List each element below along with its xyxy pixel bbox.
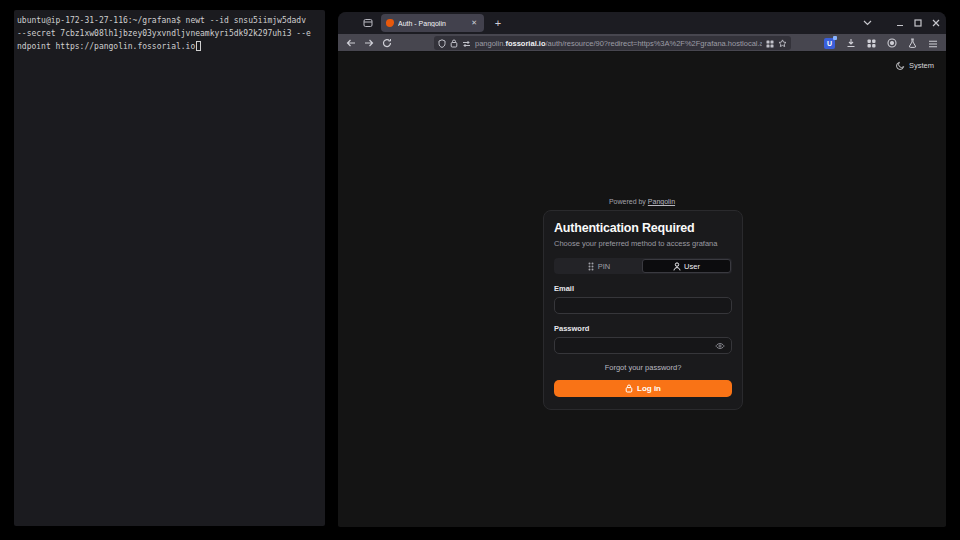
container-grid-icon[interactable] <box>766 34 774 52</box>
lock-icon <box>625 384 633 393</box>
terminal-line: --secret 7cbz1xw08lh1jbzey03yxvndljvneam… <box>17 27 323 40</box>
forward-icon[interactable] <box>362 36 376 50</box>
theme-label: System <box>909 61 934 70</box>
email-label: Email <box>554 284 732 293</box>
card-title: Authentication Required <box>554 221 732 235</box>
password-label: Password <box>554 324 732 333</box>
tab-auth-pangolin[interactable]: Auth - Pangolin ✕ <box>381 14 484 32</box>
maximize-icon[interactable] <box>914 19 922 27</box>
reload-icon[interactable] <box>380 36 394 50</box>
terminal-window[interactable]: ubuntu@ip-172-31-27-116:~/grafana$ newt … <box>14 10 325 526</box>
minimize-icon[interactable] <box>896 19 904 27</box>
back-icon[interactable] <box>344 36 358 50</box>
tab-user-label: User <box>684 262 700 271</box>
tab-pin-label: PIN <box>598 262 611 271</box>
terminal-line: ubuntu@ip-172-31-27-116:~/grafana$ newt … <box>17 14 323 27</box>
theme-toggle[interactable]: System <box>896 61 934 70</box>
extensions-grid-icon[interactable] <box>867 34 876 52</box>
close-window-icon[interactable] <box>932 19 940 27</box>
list-all-tabs-icon[interactable] <box>863 20 872 26</box>
auth-method-tabs: PIN User <box>554 258 732 274</box>
ublock-badge <box>833 36 837 40</box>
extension-flask-icon[interactable] <box>908 34 917 52</box>
terminal-line: ndpoint https://pangolin.fossorial.io <box>17 40 323 53</box>
firefox-view-icon[interactable] <box>361 16 375 30</box>
dialpad-icon <box>587 262 595 271</box>
auth-card: Authentication Required Choose your pref… <box>543 210 743 410</box>
card-subtitle: Choose your preferred method to access g… <box>554 239 732 248</box>
desktop: ubuntu@ip-172-31-27-116:~/grafana$ newt … <box>0 0 960 540</box>
tab-strip: Auth - Pangolin ✕ + <box>338 12 946 34</box>
downloads-icon[interactable] <box>846 34 856 52</box>
user-icon <box>673 262 681 271</box>
terminal-line-text: ndpoint https://pangolin.fossorial.io <box>17 42 195 51</box>
bookmark-star-icon[interactable] <box>778 34 787 52</box>
terminal-cursor <box>196 41 201 51</box>
shield-icon[interactable] <box>438 34 446 52</box>
url-bar[interactable]: pangolin.fossorial.io/auth/resource/90?r… <box>434 36 791 50</box>
show-password-eye-icon[interactable] <box>715 342 725 350</box>
toolbar-extensions: U <box>824 34 938 52</box>
tab-user[interactable]: User <box>642 259 731 273</box>
url-text[interactable]: pangolin.fossorial.io/auth/resource/90?r… <box>475 39 762 48</box>
url-domain: fossorial.io <box>505 39 545 48</box>
pangolin-favicon-icon <box>386 19 394 27</box>
email-field[interactable] <box>554 297 732 314</box>
tab-title: Auth - Pangolin <box>398 20 465 27</box>
powered-by: Powered by Pangolin <box>338 198 946 205</box>
powered-by-text: Powered by <box>609 198 646 205</box>
forgot-password-link[interactable]: Forgot your password? <box>554 363 732 372</box>
lock-icon[interactable] <box>450 34 458 52</box>
menu-hamburger-icon[interactable] <box>928 34 938 52</box>
pangolin-link[interactable]: Pangolin <box>648 198 675 205</box>
adblock-circle-icon[interactable] <box>887 34 897 52</box>
url-subdomain: pangolin. <box>475 39 505 48</box>
moon-icon <box>896 61 905 70</box>
new-tab-button[interactable]: + <box>490 15 506 31</box>
url-path: /auth/resource/90?redirect=https%3A%2F%2… <box>545 39 762 48</box>
tab-close-icon[interactable]: ✕ <box>469 18 479 28</box>
browser-window: Auth - Pangolin ✕ + <box>338 12 946 527</box>
window-controls <box>863 12 940 34</box>
ublock-extension-icon[interactable]: U <box>824 38 835 49</box>
page-content: System Powered by Pangolin Authenticatio… <box>338 52 946 526</box>
site-permissions-icon[interactable] <box>462 34 471 52</box>
nav-toolbar: pangolin.fossorial.io/auth/resource/90?r… <box>338 34 946 52</box>
tab-pin[interactable]: PIN <box>555 259 642 273</box>
password-field[interactable] <box>554 337 732 354</box>
login-button[interactable]: Log in <box>554 380 732 397</box>
login-label: Log in <box>637 384 661 393</box>
